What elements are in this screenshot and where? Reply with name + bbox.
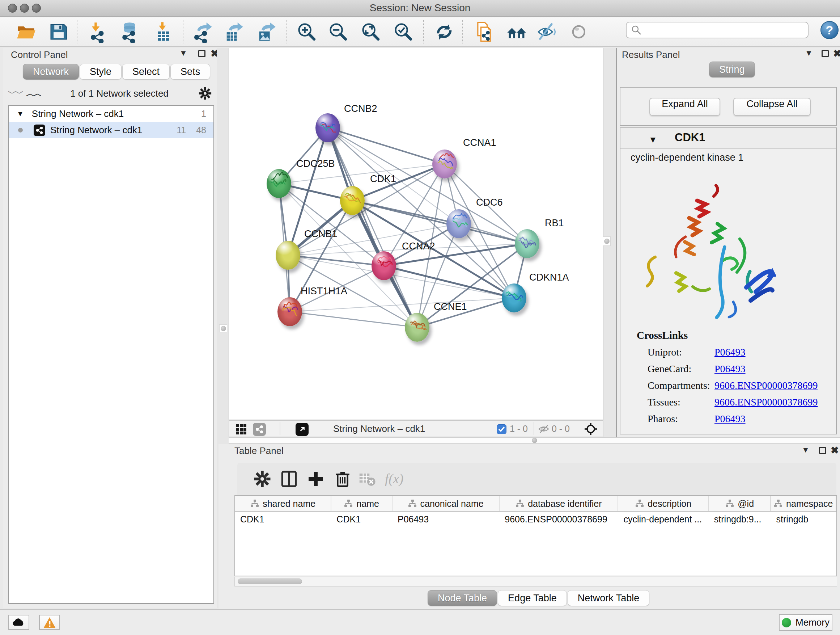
table-settings-gear-icon[interactable] <box>253 470 271 488</box>
warning-button[interactable] <box>39 615 60 630</box>
zoom-out-icon[interactable] <box>327 21 349 43</box>
show-columns-icon[interactable] <box>280 470 298 488</box>
delete-columns-icon[interactable] <box>333 470 352 488</box>
grid-view-icon[interactable] <box>235 424 247 435</box>
network-edge[interactable] <box>328 128 527 244</box>
scrollbar-thumb[interactable] <box>238 578 302 584</box>
expand-all-networks-icon[interactable]: ︿︿ <box>26 88 41 99</box>
network-edge[interactable] <box>384 266 514 298</box>
network-node-cdk1[interactable] <box>340 186 365 215</box>
network-node-cdkn1a[interactable] <box>502 283 526 312</box>
import-network-from-file-icon[interactable] <box>88 21 109 43</box>
tab-node-table[interactable]: Node Table <box>428 590 497 606</box>
crosslink-link[interactable]: P06493 <box>714 363 745 375</box>
protein-description-row: cyclin-dependent kinase 1 <box>621 149 836 167</box>
network-node-rb1[interactable] <box>515 229 539 258</box>
network-node-ccna1[interactable] <box>432 149 457 179</box>
help-button[interactable]: ? <box>821 21 838 39</box>
network-row-selected[interactable]: String Network – cdk1 11 48 <box>9 122 213 138</box>
open-in-window-icon[interactable] <box>295 423 309 436</box>
network-options-gear-icon[interactable] <box>198 87 212 100</box>
table-row[interactable]: CDK1CDK1P064939606.ENSP00000378699cyclin… <box>235 512 836 526</box>
network-node-hist1h1a[interactable] <box>278 297 302 326</box>
open-session-icon[interactable] <box>15 21 37 43</box>
close-panel-icon[interactable]: ✖ <box>833 48 840 57</box>
network-edge[interactable] <box>328 128 417 327</box>
zoom-in-icon[interactable] <box>296 21 317 43</box>
delete-table-icon[interactable] <box>358 470 376 488</box>
collection-expand-triangle[interactable]: ▼ <box>17 110 24 118</box>
hidden-eye-icon[interactable] <box>538 424 550 435</box>
zoom-fit-content-icon[interactable] <box>360 21 382 43</box>
column-header-description[interactable]: description <box>618 496 709 511</box>
crosslink-link[interactable]: P06493 <box>714 347 745 358</box>
tab-network[interactable]: Network <box>23 64 79 80</box>
collapse-all-button[interactable]: Collapse All <box>733 98 811 116</box>
collapse-panel-icon[interactable]: ▼ <box>802 445 810 455</box>
export-network-icon[interactable] <box>192 21 213 43</box>
column-header-canonical-name[interactable]: canonical name <box>393 496 500 511</box>
float-panel-icon[interactable] <box>198 50 205 57</box>
tab-select[interactable]: Select <box>122 64 170 80</box>
close-panel-icon[interactable]: ✖ <box>831 445 839 454</box>
bottom-splitter-handle[interactable] <box>530 436 539 444</box>
network-node-count: 11 <box>177 125 186 135</box>
network-node-cdc6[interactable] <box>447 209 471 238</box>
column-header-database-identifier[interactable]: database identifier <box>500 496 618 511</box>
node-label-cdkn1a: CDKN1A <box>529 272 569 283</box>
memory-button[interactable]: Memory <box>779 614 832 631</box>
right-splitter-handle[interactable] <box>603 236 611 246</box>
table-horizontal-scrollbar[interactable] <box>234 577 837 586</box>
node-label-cdc25b: CDC25B <box>296 158 335 169</box>
create-column-icon[interactable] <box>307 470 325 488</box>
column-header-namespace[interactable]: namespace <box>771 496 836 511</box>
first-neighbors-icon[interactable] <box>506 21 527 43</box>
birdseye-icon[interactable] <box>584 423 597 435</box>
tab-string[interactable]: String <box>709 62 755 78</box>
network-canvas[interactable]: CCNB2CCNA1CDC25BCDK1CDC6RB1CCNB1CCNA2CDK… <box>229 48 603 420</box>
export-table-icon[interactable] <box>223 21 245 43</box>
zoom-selected-icon[interactable] <box>393 21 414 43</box>
export-image-icon[interactable] <box>256 21 277 43</box>
crosslink-link[interactable]: 9606.ENSP00000378699 <box>714 396 818 408</box>
column-header--id[interactable]: @id <box>709 496 771 511</box>
selected-checkbox[interactable] <box>497 424 507 434</box>
table-cell: CDK1 <box>332 512 393 526</box>
tab-edge-table[interactable]: Edge Table <box>498 590 567 606</box>
collapse-all-networks-icon[interactable]: ﹀﹀ <box>8 88 22 99</box>
string-share-icon[interactable] <box>253 423 266 436</box>
column-header-name[interactable]: name <box>332 496 393 511</box>
network-node-cdc25b[interactable] <box>267 169 291 198</box>
crosslink-link[interactable]: P06493 <box>714 413 745 424</box>
collapse-panel-icon[interactable]: ▼ <box>805 49 813 58</box>
show-all-icon[interactable] <box>569 21 591 43</box>
collapse-panel-icon[interactable]: ▼ <box>180 49 187 58</box>
cloud-button[interactable] <box>8 615 29 630</box>
protein-collapse-triangle[interactable]: ▼ <box>649 135 657 145</box>
save-session-icon[interactable] <box>48 21 69 43</box>
column-header-shared-name[interactable]: shared name <box>235 496 332 511</box>
expand-all-button[interactable]: Expand All <box>649 98 720 116</box>
float-panel-icon[interactable] <box>819 447 826 454</box>
network-collection-row[interactable]: ▼ String Network – cdk1 1 <box>9 106 213 122</box>
function-builder-icon[interactable]: f(x) <box>385 470 415 488</box>
network-edge[interactable] <box>290 312 417 327</box>
left-splitter-handle[interactable] <box>219 325 227 333</box>
search-input[interactable] <box>645 23 808 37</box>
network-node-ccne1[interactable] <box>405 313 429 342</box>
hide-selected-icon[interactable] <box>536 21 558 43</box>
network-edge[interactable] <box>328 128 445 164</box>
tab-network-table[interactable]: Network Table <box>568 590 650 606</box>
crosslink-link[interactable]: 9606.ENSP00000378699 <box>714 380 818 391</box>
apply-preferred-layout-icon[interactable] <box>433 21 455 43</box>
import-table-from-file-icon[interactable] <box>153 21 174 43</box>
network-node-ccnb2[interactable] <box>316 113 340 142</box>
network-node-ccna2[interactable] <box>371 251 396 280</box>
import-network-from-database-icon[interactable] <box>118 21 141 43</box>
tab-style[interactable]: Style <box>80 64 122 80</box>
network-node-ccnb1[interactable] <box>276 241 300 270</box>
main-toolbar: ? <box>0 17 840 47</box>
float-panel-icon[interactable] <box>821 50 829 57</box>
duplicate-network-icon[interactable] <box>473 21 495 43</box>
tab-sets[interactable]: Sets <box>171 64 210 80</box>
